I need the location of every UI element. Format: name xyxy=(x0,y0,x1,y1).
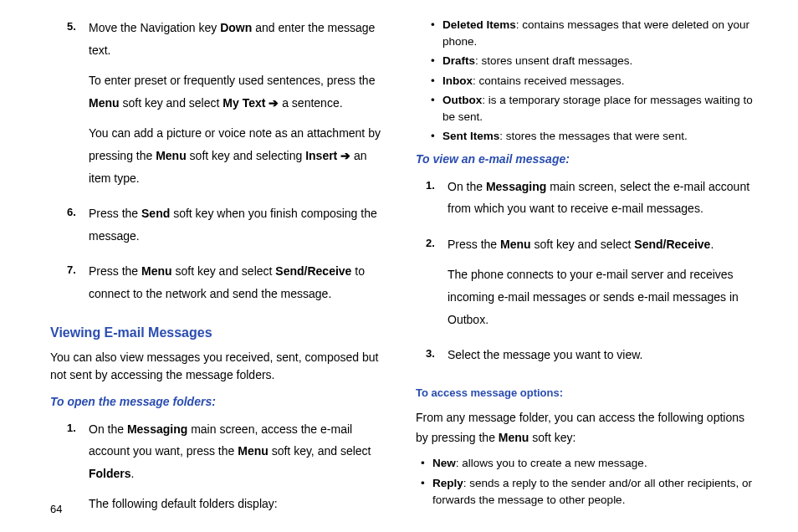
step-body: Press the Send soft key when you finish … xyxy=(89,202,391,255)
page-columns: 5. Move the Navigation key Down and ente… xyxy=(50,17,756,477)
folder-bullet-sent: •Sent Items: stores the messages that we… xyxy=(431,128,756,145)
bullet-icon: • xyxy=(421,475,432,509)
view-3-p1: Select the message you want to view. xyxy=(448,344,756,366)
folder-bullet-drafts: •Drafts: stores unsent draft messages. xyxy=(431,53,756,69)
step-5: 5. Move the Navigation key Down and ente… xyxy=(65,17,391,197)
step-number: 6. xyxy=(65,202,89,255)
step-body: On the Messaging main screen, select the… xyxy=(448,176,756,228)
bullet-icon: • xyxy=(431,73,442,90)
folder-bullet-outbox: •Outbox: is a temporary storage place fo… xyxy=(431,92,756,125)
open-1-p1: On the Messaging main screen, access the… xyxy=(89,418,391,485)
subheading-open-folders: To open the message folders: xyxy=(50,391,391,413)
option-bullet-reply: •Reply: sends a reply to the sender and/… xyxy=(421,475,756,509)
right-column: •Deleted Items: contains messages that w… xyxy=(416,17,756,477)
view-step-3: 3. Select the message you want to view. xyxy=(424,344,756,375)
bullet-icon: • xyxy=(421,455,432,472)
step-number: 3. xyxy=(424,344,448,375)
bullet-icon: • xyxy=(431,92,442,125)
view-1-p1: On the Messaging main screen, select the… xyxy=(448,176,756,220)
bullet-icon: • xyxy=(431,53,442,69)
option-bullet-new: •New: allows you to create a new message… xyxy=(421,455,756,472)
step-7: 7. Press the Menu soft key and select Se… xyxy=(65,260,391,313)
view-2-p1: Press the Menu soft key and select Send/… xyxy=(448,233,756,256)
heading-viewing-email: Viewing E-mail Messages xyxy=(50,320,391,345)
bullet-icon: • xyxy=(431,128,442,145)
step-5-p2: To enter preset or frequently used sente… xyxy=(89,69,391,114)
step-6-p1: Press the Send soft key when you finish … xyxy=(89,202,391,247)
arrow-icon: ➔ xyxy=(340,149,350,162)
subheading-view-email: To view an e-mail message: xyxy=(416,148,756,171)
intro-paragraph: You can also view messages you received,… xyxy=(50,349,391,384)
open-1-p2: The following default folders display: xyxy=(89,493,391,515)
step-body: Select the message you want to view. xyxy=(448,344,756,375)
step-5-p1: Move the Navigation key Down and enter t… xyxy=(89,17,391,61)
step-5-p3: You can add a picture or voice note as a… xyxy=(89,122,391,189)
step-number: 1. xyxy=(65,418,89,524)
bullet-icon: • xyxy=(431,17,442,49)
options-intro: From any message folder, you can access … xyxy=(416,408,756,448)
step-number: 1. xyxy=(424,176,448,228)
step-body: On the Messaging main screen, access the… xyxy=(89,418,391,524)
step-7-p1: Press the Menu soft key and select Send/… xyxy=(89,260,391,304)
subheading-access-options: To access message options: xyxy=(416,383,756,404)
step-number: 7. xyxy=(65,260,89,313)
arrow-icon: ➔ xyxy=(269,96,279,110)
step-6: 6. Press the Send soft key when you fini… xyxy=(65,202,391,255)
step-number: 2. xyxy=(424,233,448,339)
left-column: 5. Move the Navigation key Down and ente… xyxy=(50,17,391,477)
open-step-1: 1. On the Messaging main screen, access … xyxy=(65,418,391,524)
view-step-1: 1. On the Messaging main screen, select … xyxy=(424,176,756,228)
view-step-2: 2. Press the Menu soft key and select Se… xyxy=(424,233,756,339)
step-body: Press the Menu soft key and select Send/… xyxy=(448,233,756,339)
step-number: 5. xyxy=(65,17,89,197)
folder-bullet-inbox: •Inbox: contains received messages. xyxy=(431,73,756,90)
step-body: Move the Navigation key Down and enter t… xyxy=(89,17,391,197)
step-body: Press the Menu soft key and select Send/… xyxy=(89,260,391,313)
view-2-p2: The phone connects to your e-mail server… xyxy=(448,263,756,330)
page-number: 64 xyxy=(50,503,62,515)
folder-bullet-deleted: •Deleted Items: contains messages that w… xyxy=(431,17,756,49)
